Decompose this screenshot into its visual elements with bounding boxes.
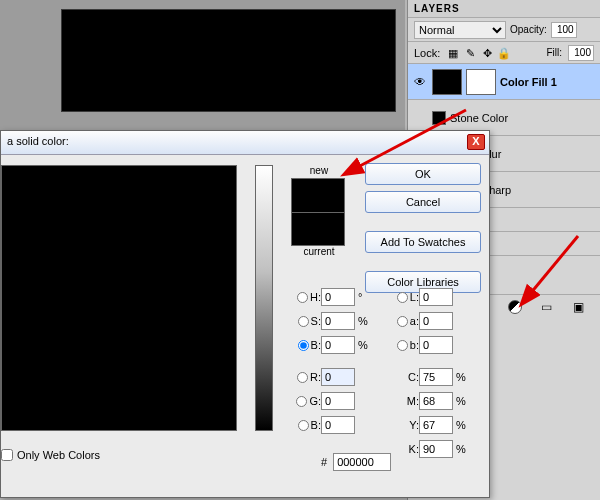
web-colors-checkbox[interactable]: [1, 449, 13, 461]
radio-g[interactable]: [296, 396, 307, 407]
color-picker-dialog: a solid color: X new current OK Cancel A…: [0, 130, 490, 498]
label-c: C:: [408, 371, 419, 383]
lock-label: Lock:: [414, 47, 440, 59]
new-layer-icon[interactable]: ▣: [570, 299, 586, 315]
input-b-lab[interactable]: [419, 336, 453, 354]
input-k[interactable]: [419, 440, 453, 458]
layer-row-color-fill-1[interactable]: 👁 Color Fill 1: [408, 64, 600, 100]
adjustment-layer-icon[interactable]: [508, 300, 522, 314]
label-l: L:: [410, 291, 419, 303]
swatch-current-label: current: [291, 246, 347, 257]
label-y: Y:: [409, 419, 419, 431]
dialog-title-text: a solid color:: [7, 135, 69, 147]
unit-m: %: [453, 395, 469, 407]
radio-b-rgb[interactable]: [298, 420, 309, 431]
hue-slider[interactable]: [255, 165, 273, 431]
swatch-new-label: new: [291, 165, 347, 176]
layers-panel-title: LAYERS: [408, 0, 600, 18]
hex-label: #: [321, 456, 327, 468]
input-c[interactable]: [419, 368, 453, 386]
radio-a[interactable]: [397, 316, 408, 327]
blend-mode-select[interactable]: Normal: [414, 21, 506, 39]
layer-mask-thumb[interactable]: [466, 69, 496, 95]
fill-label: Fill:: [546, 47, 562, 58]
label-b-hsb: B:: [311, 339, 321, 351]
input-b-hsb[interactable]: [321, 336, 355, 354]
folder-icon[interactable]: ▭: [538, 299, 554, 315]
label-m: M:: [407, 395, 419, 407]
input-hex[interactable]: [333, 453, 391, 471]
swatch-new: [291, 178, 345, 212]
radio-l[interactable]: [397, 292, 408, 303]
web-colors-label: Only Web Colors: [17, 449, 100, 461]
input-m[interactable]: [419, 392, 453, 410]
layer-thumb[interactable]: [432, 69, 462, 95]
input-l[interactable]: [419, 288, 453, 306]
web-colors-row: Only Web Colors: [1, 449, 100, 461]
radio-b-hsb[interactable]: [298, 340, 309, 351]
input-h[interactable]: [321, 288, 355, 306]
label-g: G:: [309, 395, 321, 407]
lock-all-icon[interactable]: 🔒: [497, 46, 511, 60]
swatch-preview: new current: [291, 165, 347, 257]
opacity-label: Opacity:: [510, 24, 547, 35]
lock-icons: ▦ ✎ ✥ 🔒: [446, 46, 511, 60]
color-field[interactable]: [1, 165, 237, 431]
input-g[interactable]: [321, 392, 355, 410]
visibility-icon[interactable]: 👁: [412, 75, 428, 89]
input-a[interactable]: [419, 312, 453, 330]
label-b-lab: b:: [410, 339, 419, 351]
label-b-rgb: B:: [311, 419, 321, 431]
unit-h: °: [355, 291, 371, 303]
radio-b-lab[interactable]: [397, 340, 408, 351]
layer-name: Stone Color: [450, 112, 508, 124]
unit-s: %: [355, 315, 371, 327]
input-r[interactable]: [321, 368, 355, 386]
label-r: R:: [310, 371, 321, 383]
lock-paint-icon[interactable]: ✎: [463, 46, 477, 60]
label-h: H:: [310, 291, 321, 303]
cancel-button[interactable]: Cancel: [365, 191, 481, 213]
lock-move-icon[interactable]: ✥: [480, 46, 494, 60]
color-values-grid: H: ° L: S: % a: B: % b: R: C:: [287, 285, 483, 461]
unit-y: %: [453, 419, 469, 431]
document-canvas-area: [0, 0, 405, 130]
radio-h[interactable]: [297, 292, 308, 303]
label-k: K:: [409, 443, 419, 455]
layer-name: Color Fill 1: [500, 76, 557, 88]
fill-input[interactable]: [568, 45, 594, 61]
layer-thumb[interactable]: [432, 111, 446, 125]
layers-lock-row: Lock: ▦ ✎ ✥ 🔒 Fill:: [408, 42, 600, 64]
radio-r[interactable]: [297, 372, 308, 383]
layers-blend-row: Normal Opacity:: [408, 18, 600, 42]
unit-c: %: [453, 371, 469, 383]
input-y[interactable]: [419, 416, 453, 434]
lock-transparency-icon[interactable]: ▦: [446, 46, 460, 60]
close-icon[interactable]: X: [467, 134, 485, 150]
input-b-rgb[interactable]: [321, 416, 355, 434]
document-canvas[interactable]: [61, 9, 396, 112]
label-a: a:: [410, 315, 419, 327]
opacity-input[interactable]: [551, 22, 577, 38]
unit-b-hsb: %: [355, 339, 371, 351]
ok-button[interactable]: OK: [365, 163, 481, 185]
add-to-swatches-button[interactable]: Add To Swatches: [365, 231, 481, 253]
input-s[interactable]: [321, 312, 355, 330]
label-s: S:: [311, 315, 321, 327]
dialog-titlebar[interactable]: a solid color: X: [1, 131, 489, 155]
swatch-current[interactable]: [291, 212, 345, 246]
radio-s[interactable]: [298, 316, 309, 327]
unit-k: %: [453, 443, 469, 455]
